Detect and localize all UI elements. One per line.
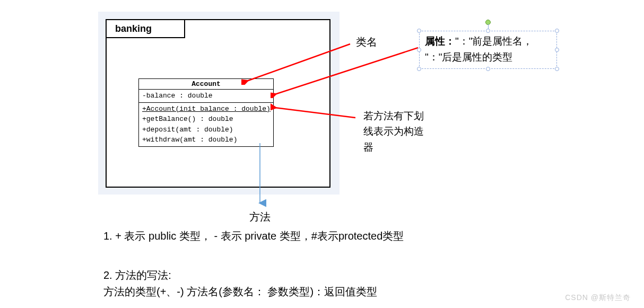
package-name: banking (106, 19, 185, 38)
note-line-2b: 方法的类型(+、-) 方法名(参数名： 参数类型)：返回值类型 (103, 284, 377, 300)
resize-handle[interactable] (486, 29, 490, 33)
resize-handle[interactable] (555, 67, 559, 71)
class-name-text: Account (192, 80, 221, 88)
resize-handle[interactable] (417, 29, 421, 33)
method-row: +withdraw(amt : double) (142, 135, 270, 145)
resize-handle[interactable] (555, 29, 559, 33)
attr-explain-line2: "："后是属性的类型 (425, 49, 551, 65)
resize-handle[interactable] (417, 67, 421, 71)
resize-handle[interactable] (555, 48, 559, 52)
note-line-2a: 2. 方法的写法: (103, 267, 171, 284)
class-methods: +Account(init_balance : double) +getBala… (139, 103, 273, 146)
package-name-text: banking (115, 23, 152, 34)
resize-handle[interactable] (486, 67, 490, 71)
watermark: CSDN @斯特兰奇 (565, 293, 631, 303)
uml-class: Account -balance : double +Account(init_… (138, 78, 274, 147)
note-line-1: 1. + 表示 public 类型， - 表示 private 类型，#表示pr… (103, 228, 404, 244)
label-method: 方法 (249, 210, 271, 224)
resize-handle[interactable] (417, 48, 421, 52)
class-name-cell: Account (139, 79, 273, 90)
attribute-row: -balance : double (142, 91, 270, 101)
label-classname: 类名 (356, 35, 377, 49)
class-attributes: -balance : double (139, 90, 273, 103)
method-row: +getBalance() : double (142, 114, 270, 125)
label-constructor: 若方法有下划 线表示为构造 器 (363, 108, 424, 155)
constructor-l2: 线表示为构造 (363, 124, 424, 139)
method-row: +deposit(amt : double) (142, 125, 270, 135)
constructor-row: +Account(init_balance : double) (142, 104, 270, 115)
uml-package: banking Account -balance : double +Accou… (106, 19, 330, 188)
attribute-explain-box[interactable]: 属性："："前是属性名， "："后是属性的类型 (419, 31, 557, 69)
diagram-panel: banking Account -balance : double +Accou… (98, 12, 340, 195)
attr-explain-line1: 属性："："前是属性名， (425, 33, 551, 49)
constructor-l3: 器 (363, 139, 424, 155)
constructor-l1: 若方法有下划 (363, 108, 424, 124)
